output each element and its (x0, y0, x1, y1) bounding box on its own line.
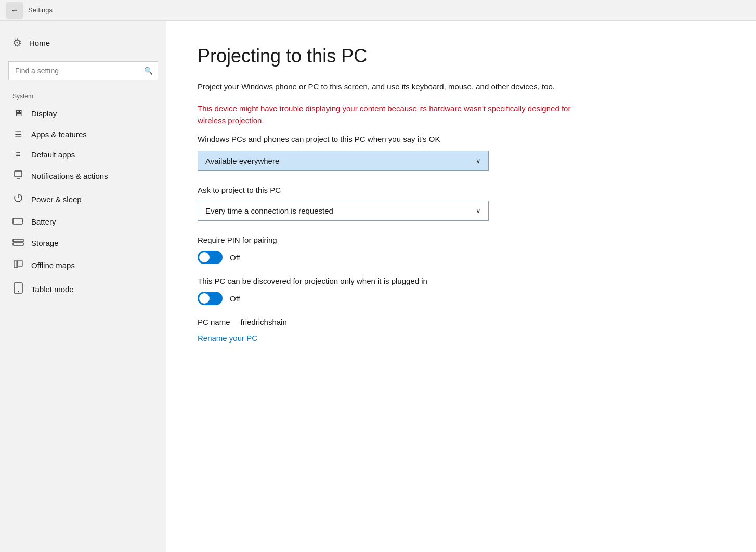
sidebar-item-label-default: Default apps (31, 150, 75, 159)
main-layout: ⚙ Home 🔍 System 🖥 Display ☰ Apps & featu… (0, 21, 756, 552)
tablet-mode-icon (12, 282, 24, 296)
sidebar-item-notifications[interactable]: Notifications & actions (0, 164, 166, 188)
search-input[interactable] (8, 61, 158, 80)
pin-toggle-knob (199, 252, 210, 262)
rename-pc-link[interactable]: Rename your PC (198, 334, 257, 343)
sidebar-item-power[interactable]: Power & sleep (0, 188, 166, 211)
content-area: Projecting to this PC Project your Windo… (166, 21, 756, 552)
storage-icon (12, 238, 24, 248)
sidebar-item-tablet-mode[interactable]: Tablet mode (0, 277, 166, 301)
ask-label: Ask to project to this PC (198, 186, 725, 194)
offline-maps-icon (12, 259, 24, 272)
svg-rect-0 (15, 171, 22, 177)
sidebar-search-container: 🔍 (8, 61, 158, 80)
plugged-toggle-knob (199, 293, 210, 304)
sidebar-item-apps-features[interactable]: ☰ Apps & features (0, 124, 166, 144)
plugged-toggle-row: Off (198, 292, 725, 305)
sidebar-item-label-notifications: Notifications & actions (31, 172, 108, 180)
plugged-toggle-label: Off (230, 294, 240, 303)
display-icon: 🖥 (12, 108, 24, 119)
sidebar-item-label-maps: Offline maps (31, 261, 75, 270)
svg-rect-4 (22, 220, 23, 222)
sidebar-home-label: Home (29, 38, 50, 47)
search-icon: 🔍 (144, 67, 153, 75)
battery-icon (12, 216, 24, 227)
plugged-label: This PC can be discovered for projection… (198, 277, 725, 285)
availability-dropdown[interactable]: Available everywhere ∨ (198, 151, 489, 171)
sidebar-item-offline-maps[interactable]: Offline maps (0, 254, 166, 277)
warning-text: This device might have trouble displayin… (198, 103, 588, 126)
ask-dropdown-container: Every time a connection is requested ∨ (198, 201, 725, 221)
home-icon: ⚙ (12, 36, 22, 49)
sidebar-item-display[interactable]: 🖥 Display (0, 103, 166, 124)
back-button[interactable]: ← (6, 2, 23, 19)
sidebar-item-storage[interactable]: Storage (0, 232, 166, 254)
plugged-toggle[interactable] (198, 292, 223, 305)
availability-dropdown-value: Available everywhere (205, 156, 279, 165)
default-apps-icon: ≡ (12, 150, 24, 159)
pin-toggle[interactable] (198, 251, 223, 264)
svg-rect-3 (13, 218, 22, 224)
ask-dropdown[interactable]: Every time a connection is requested ∨ (198, 201, 489, 221)
availability-description: Windows PCs and phones can project to th… (198, 135, 588, 143)
pin-toggle-label: Off (230, 253, 240, 262)
pin-label: Require PIN for pairing (198, 235, 725, 244)
sidebar-item-label-battery: Battery (31, 217, 56, 226)
apps-icon: ☰ (12, 129, 24, 139)
sidebar-item-label-apps: Apps & features (31, 130, 87, 139)
pc-name-row: PC name friedrichshain (198, 318, 725, 326)
pin-toggle-row: Off (198, 251, 725, 264)
sidebar-item-default-apps[interactable]: ≡ Default apps (0, 144, 166, 164)
ask-dropdown-value: Every time a connection is requested (205, 206, 333, 215)
sidebar-item-label-storage: Storage (31, 239, 59, 247)
sidebar-item-battery[interactable]: Battery (0, 211, 166, 232)
notifications-icon (12, 169, 24, 182)
pc-name-value: friedrichshain (241, 318, 287, 326)
availability-chevron-icon: ∨ (476, 157, 481, 165)
titlebar: ← Settings (0, 0, 756, 21)
sidebar: ⚙ Home 🔍 System 🖥 Display ☰ Apps & featu… (0, 21, 166, 552)
svg-rect-5 (13, 239, 23, 242)
sidebar-item-label-power: Power & sleep (31, 195, 82, 204)
description-text: Project your Windows phone or PC to this… (198, 81, 588, 93)
svg-rect-8 (18, 261, 22, 266)
power-icon (12, 193, 24, 206)
svg-point-11 (18, 291, 19, 292)
svg-rect-6 (13, 243, 23, 245)
titlebar-title: Settings (28, 6, 53, 14)
sidebar-item-label-display: Display (31, 109, 57, 118)
sidebar-section-label: System (0, 87, 166, 103)
sidebar-item-home[interactable]: ⚙ Home (0, 31, 166, 54)
pc-name-key: PC name (198, 318, 230, 326)
availability-dropdown-container: Available everywhere ∨ (198, 151, 725, 171)
page-title: Projecting to this PC (198, 46, 725, 67)
sidebar-item-label-tablet: Tablet mode (31, 285, 74, 294)
ask-chevron-icon: ∨ (476, 207, 481, 215)
